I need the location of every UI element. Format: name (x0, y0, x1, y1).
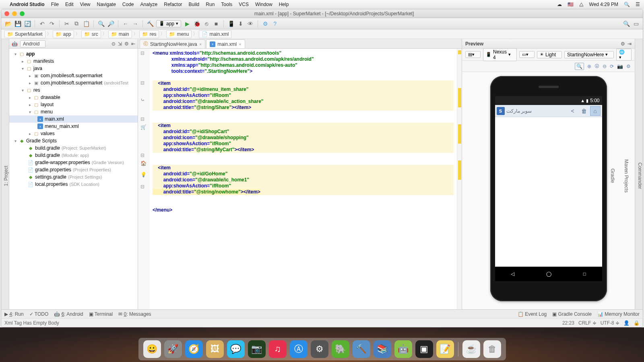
menu-view[interactable]: View (80, 2, 91, 7)
bc-res[interactable]: 📁 res (139, 30, 159, 38)
dock-settings-icon[interactable]: ⚙ (311, 340, 328, 358)
attach-icon[interactable]: ⎋ (203, 20, 210, 27)
window-zoom-button[interactable] (20, 11, 25, 16)
nav-home-icon[interactable]: ◯ (546, 271, 551, 277)
screenshot-icon[interactable]: 📷 (617, 64, 623, 69)
menu-refactor[interactable]: Refactor (164, 2, 182, 7)
collapse-all-icon[interactable]: ⇲ (118, 41, 122, 47)
copy-icon[interactable]: ⧉ (73, 20, 80, 27)
sdk-icon[interactable]: ⬇ (237, 20, 244, 27)
menu-build[interactable]: Build (189, 2, 200, 7)
tw-messages[interactable]: ✉ 0: Messages (118, 311, 151, 317)
dock-safari-icon[interactable]: 🧭 (185, 340, 203, 358)
tab-starting-now-here[interactable]: ⓒStartingNowHere.java× (140, 39, 205, 48)
menu-navigate[interactable]: Navigate (97, 2, 116, 7)
forward-icon[interactable]: → (132, 20, 139, 27)
menu-extras-icon[interactable]: ☰ (636, 2, 640, 7)
save-icon[interactable]: 💾 (14, 20, 21, 27)
bc-file[interactable]: 📄 main.xml (199, 30, 231, 38)
dock-launchpad-icon[interactable]: 🚀 (164, 340, 182, 358)
dock-xcode-icon[interactable]: 🔨 (353, 340, 370, 358)
tw-event-log[interactable]: 📋 Event Log (518, 311, 547, 317)
nav-back-icon[interactable]: ◁ (511, 271, 514, 277)
orientation-selector[interactable]: ▭▾ (519, 51, 535, 58)
dock-appstore-icon[interactable]: Ⓐ (290, 340, 308, 358)
editor-gutter[interactable]: ⊟ ⊟ ⤿ ⊟ 🛒 ⊟ 🏠 💡 ⊟ (138, 49, 149, 309)
dock-books-icon[interactable]: 📚 (374, 340, 391, 358)
config-selector[interactable]: ▤▾ (465, 51, 481, 58)
menu-run[interactable]: Run (206, 2, 215, 7)
action-share-icon[interactable]: < (568, 106, 578, 116)
vtab-gradle[interactable]: Gradle (610, 169, 615, 183)
settings-gear-icon[interactable]: ⚙ (124, 41, 129, 47)
dock-itunes-icon[interactable]: ♫ (269, 340, 287, 358)
tw-android[interactable]: 🤖 6: Android (54, 311, 83, 317)
settings-icon[interactable]: ⚙ (626, 64, 631, 69)
line-separator[interactable]: CRLF ≑ (578, 320, 597, 326)
dock-finder-icon[interactable]: 😀 (143, 340, 161, 358)
paste-icon[interactable]: 📋 (83, 20, 90, 27)
menu-analyze[interactable]: Analyze (140, 2, 158, 7)
dock-trash-icon[interactable]: 🗑 (483, 340, 501, 358)
file-encoding[interactable]: UTF-8 ≑ (601, 320, 619, 326)
close-icon[interactable]: × (239, 42, 241, 47)
stop-icon[interactable]: ■ (213, 20, 220, 27)
project-view-selector[interactable]: Android (20, 40, 45, 47)
cloud-icon[interactable]: ☁ (557, 2, 562, 7)
zoom-fit-icon[interactable]: 🔍 (575, 63, 584, 70)
dock-androidstudio-icon[interactable]: 🤖 (394, 340, 412, 358)
vtab-project[interactable]: 1: Project (3, 166, 9, 186)
bc-app[interactable]: 📁 app (53, 30, 74, 38)
hide-icon[interactable]: ⇥ (627, 41, 632, 47)
error-stripe[interactable] (457, 49, 462, 309)
action-cart-icon[interactable]: 🗑 (579, 106, 589, 116)
replace-icon[interactable]: 🔎 (107, 20, 114, 27)
dock-messages-icon[interactable]: 💬 (227, 340, 245, 358)
dock-photobooth-icon[interactable]: 📷 (248, 340, 266, 358)
redo-icon[interactable]: ↷ (48, 20, 56, 27)
search-everywhere-icon[interactable]: 🔍 (623, 20, 630, 27)
action-home-icon[interactable]: ⌂ (590, 106, 601, 116)
dock-preview-icon[interactable]: 🖼 (206, 340, 224, 358)
refresh-icon[interactable]: ⟳ (610, 64, 614, 69)
monitor-icon[interactable]: 👁 (247, 20, 254, 27)
tw-terminal[interactable]: ▣ Terminal (89, 311, 113, 317)
dock-java-icon[interactable]: ☕ (462, 340, 480, 358)
sync-icon[interactable]: 🔄 (24, 20, 31, 27)
menu-tools[interactable]: Tools (221, 2, 232, 7)
project-tree[interactable]: ▾▢app ▸▢manifests ▾▢java ▸▣com.jmobileso… (9, 49, 138, 309)
tw-memory[interactable]: 📊 Memory Monitor (597, 311, 640, 317)
gear-icon[interactable]: ⚙ (621, 41, 625, 47)
make-icon[interactable]: 🔨 (147, 20, 154, 27)
find-icon[interactable]: 🔍 (97, 20, 105, 27)
zoom-100-icon[interactable]: ⦿ (594, 64, 599, 69)
zoom-in-icon[interactable]: ⊕ (587, 64, 591, 69)
vtab-maven[interactable]: Maven Projects (623, 159, 629, 193)
avd-icon[interactable]: 📱 (227, 20, 235, 27)
tw-todo[interactable]: ✓ TODO (29, 311, 49, 317)
scroll-to-icon[interactable]: ⊙ (111, 41, 116, 47)
code-editor[interactable]: <menu xmlns:tools="http://schemas.androi… (149, 49, 457, 309)
menu-code[interactable]: Code (122, 2, 134, 7)
undo-icon[interactable]: ↶ (39, 20, 46, 27)
bc-src[interactable]: 📁 src (81, 30, 101, 38)
hide-panel-icon[interactable]: ⇤ (131, 41, 135, 47)
menu-edit[interactable]: Edit (65, 2, 74, 7)
dock-terminal-icon[interactable]: ▣ (415, 340, 433, 358)
menu-file[interactable]: File (51, 2, 59, 7)
debug-icon[interactable]: 🐞 (193, 20, 200, 27)
tw-gradle-console[interactable]: ▣ Gradle Console (552, 311, 592, 317)
help-icon[interactable]: ? (271, 20, 279, 27)
window-minimize-button[interactable] (12, 11, 17, 16)
cut-icon[interactable]: ✂ (63, 20, 70, 27)
flag-icon[interactable]: 🇺🇸 (568, 2, 574, 7)
bc-main[interactable]: 📁 main (108, 30, 132, 38)
tab-main-xml[interactable]: xmain.xml× (206, 39, 245, 48)
bc-menu[interactable]: 📁 menu (166, 30, 192, 38)
run-icon[interactable]: ▶ (184, 20, 191, 27)
wifi-icon[interactable]: ⧋ (579, 2, 584, 7)
window-close-button[interactable] (4, 11, 9, 16)
open-icon[interactable]: 📂 (4, 20, 12, 27)
nav-recents-icon[interactable]: □ (583, 271, 586, 277)
theme-selector[interactable]: ☀Light (537, 51, 562, 58)
